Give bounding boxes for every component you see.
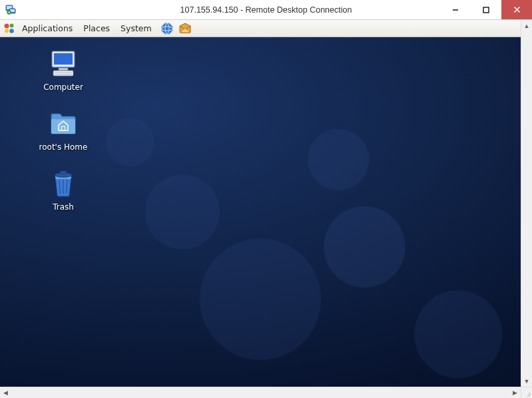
scroll-down-arrow-icon[interactable]: ▼ [521,375,532,387]
trash-icon [47,168,79,200]
svg-point-10 [10,23,14,27]
desktop-icon-trash[interactable]: Trash [27,168,100,212]
scroll-up-arrow-icon[interactable]: ▲ [521,20,532,31]
menu-system[interactable]: System [116,21,156,35]
home-folder-icon [47,108,79,140]
remote-screen[interactable]: Applications Places System [0,20,521,387]
resize-grip-icon[interactable] [521,387,532,398]
desktop-area[interactable]: Computer root's Home [0,37,521,387]
desktop-icon-label: root's Home [39,142,88,152]
svg-point-9 [5,23,9,28]
content-area: Applications Places System [0,20,532,398]
vertical-scrollbar[interactable]: ▲ ▼ [521,20,532,387]
svg-point-12 [9,29,13,33]
remote-viewport: Applications Places System [0,20,532,387]
scroll-left-arrow-icon[interactable]: ◀ [0,387,11,398]
menu-applications[interactable]: Applications [17,21,77,35]
gnome-menu-icon[interactable] [3,22,16,35]
svg-rect-18 [59,68,68,71]
svg-rect-17 [54,53,73,65]
computer-icon [47,48,79,80]
gnome-top-panel: Applications Places System [0,20,521,37]
svg-point-11 [5,29,9,33]
scroll-right-arrow-icon[interactable]: ▶ [509,387,521,398]
minimize-button[interactable] [440,0,471,19]
window-titlebar: 107.155.94.150 - Remote Desktop Connecti… [0,0,532,20]
desktop-icon-home[interactable]: root's Home [27,108,100,152]
close-button[interactable] [501,0,532,19]
hscroll-track[interactable] [11,387,509,398]
horizontal-scrollbar[interactable]: ◀ ▶ [0,387,532,398]
svg-rect-6 [483,7,489,13]
window-controls [440,0,532,19]
rdp-app-icon [5,5,16,15]
maximize-button[interactable] [471,0,501,19]
svg-rect-24 [61,171,67,174]
desktop-icon-label: Computer [43,83,83,92]
menu-places[interactable]: Places [79,21,115,35]
browser-launcher-icon[interactable] [160,21,174,36]
desktop-icon-grid: Computer root's Home [27,48,100,212]
desktop-icon-label: Trash [53,202,74,212]
desktop-icon-computer[interactable]: Computer [27,48,100,92]
svg-rect-19 [53,71,73,76]
mail-launcher-icon[interactable] [178,21,192,36]
